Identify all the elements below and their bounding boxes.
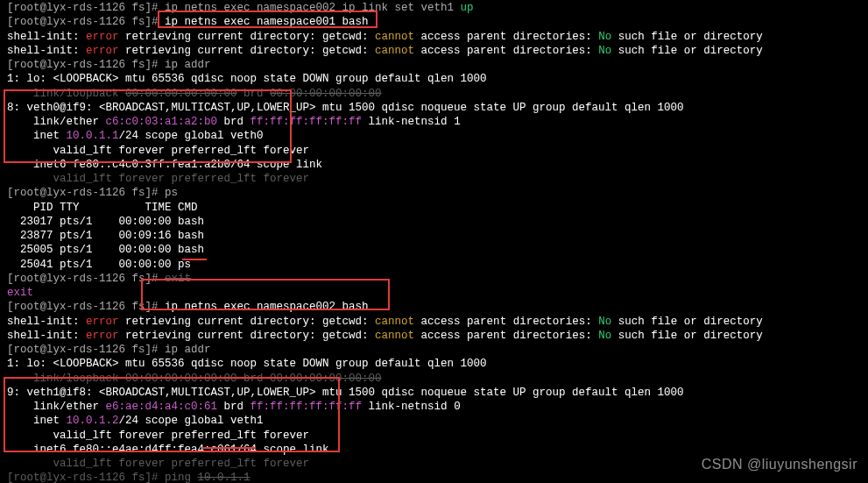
terminal-text: 00:00:00:00:00:00 (125, 88, 237, 100)
terminal-line: [root@lyx-rds-1126 fs]# exit (7, 272, 861, 286)
terminal-text: brd (237, 88, 271, 100)
terminal-line: link/ether c6:c0:03:a1:a2:b0 brd ff:ff:f… (7, 115, 861, 129)
terminal-text: cannot (375, 330, 414, 342)
terminal-text: No (598, 316, 611, 328)
terminal-text: [root@lyx-rds-1126 fs]# (7, 301, 165, 313)
terminal-text: [root@lyx-rds-1126 fs]# ip netns exec na… (7, 2, 461, 14)
terminal-text: [root@lyx-rds-1126 fs]# ping (7, 472, 198, 483)
terminal-text: inet6 fe80::e4ae:d4ff:fea4:c061/64 scope… (7, 444, 335, 456)
terminal-text: 23877 pts/1 00:09:16 bash (7, 230, 204, 242)
terminal-text: retrieving current directory: getcwd: (119, 31, 376, 43)
terminal-text: [root@lyx-rds-1126 fs]# ip addr (7, 344, 211, 356)
terminal-line: shell-init: error retrieving current dir… (7, 30, 861, 44)
terminal-line: [root@lyx-rds-1126 fs]# ip addr (7, 58, 861, 72)
terminal-text: 00:00:00:00:00:00 (270, 373, 382, 385)
terminal-text: cannot (375, 31, 414, 43)
terminal-line: inet6 fe80::c4c0:3ff:fea1:a2b0/64 scope … (7, 158, 861, 172)
terminal-text: error (86, 330, 119, 342)
terminal-text: 23017 pts/1 00:00:00 bash (7, 216, 204, 228)
terminal-text: 10.0.1.1 (198, 472, 251, 483)
terminal-text: link/loopback (7, 88, 125, 100)
terminal-text: [root@lyx-rds-1126 fs]# ip addr (7, 59, 211, 71)
terminal-text: access parent directories: (414, 31, 598, 43)
terminal-text: No (598, 31, 611, 43)
terminal-text: valid_lft forever preferred_lft forever (7, 430, 309, 442)
terminal-text: [root@lyx-rds-1126 fs]# ps (7, 187, 178, 199)
terminal-text: e6:ae:d4:a4:c0:61 (106, 401, 218, 413)
terminal-text: ff:ff:ff:ff:ff:ff (251, 401, 363, 413)
terminal-line: [root@lyx-rds-1126 fs]# ip netns exec na… (7, 300, 861, 314)
terminal-text: /24 scope global veth0 (119, 130, 264, 142)
terminal-text: access parent directories: (414, 330, 598, 342)
terminal-text: 25041 pts/1 00:00:00 ps (7, 259, 191, 271)
terminal-text: ff:ff:ff:ff:ff:ff (251, 116, 363, 128)
terminal-text: access parent directories: (414, 45, 598, 57)
terminal-line: inet6 fe80::e4ae:d4ff:fea4:c061/64 scope… (7, 443, 861, 457)
terminal-line: inet 10.0.1.1/24 scope global veth0 (7, 129, 861, 143)
terminal-line: valid_lft forever preferred_lft forever (7, 144, 861, 158)
terminal-text: brd (217, 401, 251, 413)
terminal-text: inet6 fe80::c4c0:3ff:fea1:a2b0/64 scope … (7, 159, 329, 171)
terminal-text: inet (7, 415, 67, 427)
terminal-text: valid_lft forever preferred_lft forever (7, 145, 309, 157)
terminal-text: No (598, 45, 611, 57)
terminal-text: cannot (375, 45, 414, 57)
terminal-line: 1: lo: <LOOPBACK> mtu 65536 qdisc noop s… (7, 72, 861, 86)
terminal-text: brd (237, 373, 271, 385)
terminal-text: 9: veth1@if8: <BROADCAST,MULTICAST,UP,LO… (7, 387, 684, 399)
terminal-line: [root@lyx-rds-1126 fs]# ip addr (7, 343, 861, 357)
terminal-line: 1: lo: <LOOPBACK> mtu 65536 qdisc noop s… (7, 357, 861, 371)
terminal-text: ip netns exec namespace001 bash (165, 16, 369, 28)
terminal-line: link/loopback 00:00:00:00:00:00 brd 00:0… (7, 87, 861, 101)
terminal-text: exit (7, 287, 33, 299)
terminal-text: 25005 pts/1 00:00:00 bash (7, 244, 204, 256)
terminal-text: 1: lo: <LOOPBACK> mtu 65536 qdisc noop s… (7, 73, 487, 85)
terminal-line: valid_lft forever preferred_lft forever (7, 172, 861, 186)
terminal-text: shell-init: (7, 45, 86, 57)
terminal-text: retrieving current directory: getcwd: (119, 316, 376, 328)
terminal-text: [root@lyx-rds-1126 fs]# (7, 16, 165, 28)
terminal-line: [root@lyx-rds-1126 fs]# ps (7, 186, 861, 200)
terminal-text: PID TTY TIME CMD (7, 202, 198, 214)
terminal-line: 8: veth0@if9: <BROADCAST,MULTICAST,UP,LO… (7, 101, 861, 115)
terminal-text: retrieving current directory: getcwd: (119, 45, 376, 57)
terminal-line: shell-init: error retrieving current dir… (7, 329, 861, 343)
terminal-line: 25005 pts/1 00:00:00 bash (7, 243, 861, 257)
terminal-text: retrieving current directory: getcwd: (119, 330, 376, 342)
terminal-text: inet (7, 130, 67, 142)
terminal-line: [root@lyx-rds-1126 fs]# ip netns exec na… (7, 15, 861, 29)
terminal-line: link/ether e6:ae:d4:a4:c0:61 brd ff:ff:f… (7, 400, 861, 414)
terminal-text: valid_lft forever preferred_lft forever (7, 458, 309, 470)
terminal-text: shell-init: (7, 316, 86, 328)
terminal-line: 25041 pts/1 00:00:00 ps (7, 258, 861, 272)
terminal-text: access parent directories: (414, 316, 598, 328)
terminal-line: 23017 pts/1 00:00:00 bash (7, 215, 861, 229)
terminal-text: No (598, 330, 611, 342)
terminal-text: such file or directory (611, 330, 763, 342)
terminal-line: shell-init: error retrieving current dir… (7, 315, 861, 329)
terminal-text: error (86, 31, 119, 43)
terminal-text: exit (165, 273, 191, 285)
terminal-text: link/ether (7, 401, 106, 413)
terminal-text: link/ether (7, 116, 106, 128)
terminal-text: [root@lyx-rds-1126 fs]# (7, 273, 165, 285)
watermark-label: CSDN @liuyunshengsir (702, 456, 857, 474)
terminal-output[interactable]: [root@lyx-rds-1126 fs]# ip netns exec na… (0, 0, 868, 483)
terminal-line: 9: veth1@if8: <BROADCAST,MULTICAST,UP,LO… (7, 386, 861, 400)
terminal-text: such file or directory (611, 45, 763, 57)
terminal-line: 23877 pts/1 00:09:16 bash (7, 229, 861, 243)
terminal-text: cannot (375, 316, 414, 328)
terminal-text: shell-init: (7, 330, 86, 342)
terminal-text: 10.0.1.2 (67, 415, 119, 427)
terminal-text: shell-init: (7, 31, 86, 43)
terminal-text: 00:00:00:00:00:00 (125, 373, 237, 385)
terminal-text: valid_lft forever preferred_lft forever (7, 173, 309, 185)
terminal-line: inet 10.0.1.2/24 scope global veth1 (7, 414, 861, 428)
terminal-line: shell-init: error retrieving current dir… (7, 44, 861, 58)
terminal-text: /24 scope global veth1 (119, 415, 264, 427)
terminal-text: such file or directory (611, 316, 763, 328)
terminal-text: 00:00:00:00:00:00 (270, 88, 382, 100)
terminal-text: 10.0.1.1 (67, 130, 119, 142)
terminal-text: link-netnsid 1 (362, 116, 461, 128)
terminal-line: link/loopback 00:00:00:00:00:00 brd 00:0… (7, 372, 861, 386)
